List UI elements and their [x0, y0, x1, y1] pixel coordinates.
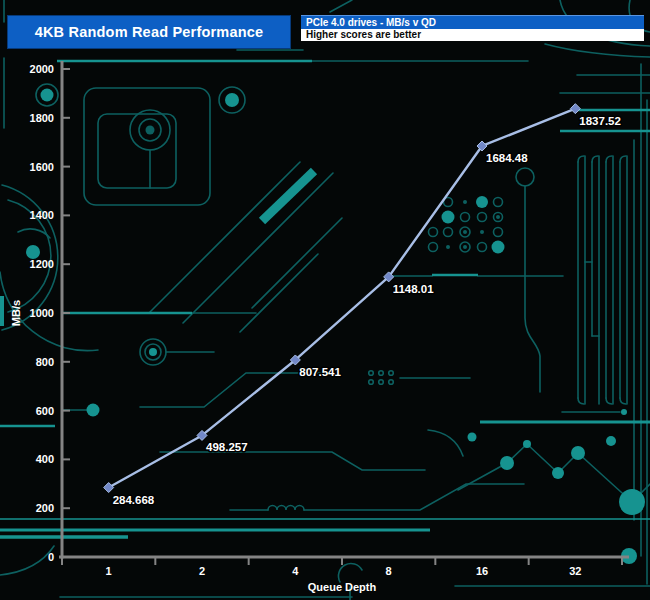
y-tick-label: 600	[36, 405, 54, 417]
chart-note-box: Higher scores are better	[301, 29, 644, 41]
benchmark-chart-screenshot: 0200400600800100012001400160018002000124…	[0, 0, 650, 600]
y-tick-label: 200	[36, 502, 54, 514]
y-tick-label: 1600	[30, 161, 54, 173]
chart-title: 4KB Random Read Performance	[35, 24, 264, 40]
y-tick-label: 1200	[30, 258, 54, 270]
data-point-label: 498.257	[206, 441, 248, 453]
data-point-label: 1684.48	[486, 152, 528, 164]
y-tick-label: 2000	[30, 63, 54, 75]
x-axis-title: Queue Depth	[308, 581, 377, 593]
data-point-marker	[570, 104, 580, 114]
chart-title-box: 4KB Random Read Performance	[7, 15, 291, 49]
header: 4KB Random Read Performance PCIe 4.0 dri…	[0, 0, 650, 52]
y-tick-label: 400	[36, 453, 54, 465]
x-tick-label: 2	[199, 565, 205, 577]
y-tick-label: 1800	[30, 112, 54, 124]
data-point-label: 1148.01	[393, 283, 435, 295]
data-point-marker	[104, 483, 114, 493]
y-tick-label: 0	[48, 551, 54, 563]
x-tick-label: 16	[476, 565, 488, 577]
x-tick-label: 4	[292, 565, 299, 577]
data-line	[109, 109, 576, 488]
data-point-label: 807.541	[299, 366, 341, 378]
y-tick-label: 1400	[30, 209, 54, 221]
x-tick-label: 1	[106, 565, 112, 577]
x-tick-label: 8	[386, 565, 392, 577]
y-axis-title: MB/s	[10, 300, 22, 326]
y-tick-label: 1000	[30, 307, 54, 319]
y-tick-label: 800	[36, 356, 54, 368]
x-tick-label: 32	[569, 565, 581, 577]
data-point-label: 1837.52	[579, 115, 621, 127]
chart-subtitle-box: PCIe 4.0 drives - MB/s v QD	[301, 15, 644, 29]
line-chart: 0200400600800100012001400160018002000124…	[0, 0, 650, 600]
data-point-label: 284.668	[113, 494, 155, 506]
